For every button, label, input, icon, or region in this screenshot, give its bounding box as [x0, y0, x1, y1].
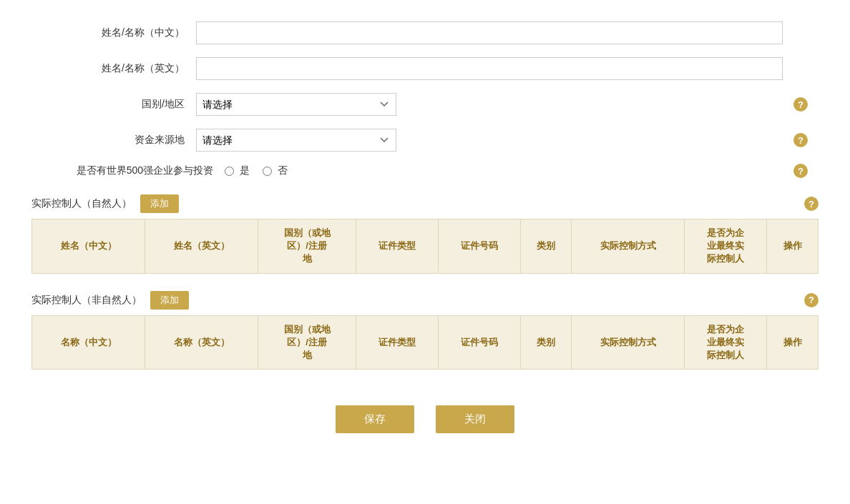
fortune500-help-icon[interactable]: ?	[793, 164, 808, 178]
section1-col-cert-no: 证件号码	[438, 219, 520, 274]
section1-table-header-row: 姓名（中文） 姓名（英文） 国别（或地区）/注册地 证件类型 证件号码 类别 实…	[32, 219, 819, 274]
section2-col-cert-type: 证件类型	[356, 315, 438, 370]
fund-source-row: 资金来源地 请选择 ?	[67, 129, 783, 152]
section2-col-control-method: 实际控制方式	[572, 315, 685, 370]
section2-col-category: 类别	[520, 315, 572, 370]
section2-col-cert-no: 证件号码	[438, 315, 520, 370]
fund-source-help-icon[interactable]: ?	[793, 133, 808, 147]
country-row: 国别/地区 请选择 ?	[67, 93, 783, 116]
name-cn-row: 姓名/名称（中文）	[67, 21, 783, 44]
fortune500-row: 是否有世界500强企业参与投资 是 否 ?	[67, 164, 783, 177]
section2-col-name-en: 名称（英文）	[145, 315, 258, 370]
country-select[interactable]: 请选择	[196, 93, 396, 116]
name-cn-input[interactable]	[196, 21, 783, 44]
name-en-input[interactable]	[196, 57, 783, 80]
section2-header: 实际控制人（非自然人） 添加 ?	[31, 291, 819, 310]
fortune500-no-radio[interactable]	[263, 167, 272, 176]
section1-col-name-cn: 姓名（中文）	[32, 219, 145, 274]
section1-header: 实际控制人（自然人） 添加 ?	[31, 194, 819, 213]
section1-add-button[interactable]: 添加	[140, 194, 179, 213]
section1-col-cert-type: 证件类型	[356, 219, 438, 274]
section1-col-country: 国别（或地区）/注册地	[258, 219, 356, 274]
section1-container: 实际控制人（自然人） 添加 ? 姓名（中文） 姓名（英文） 国别（或地区）/注册…	[31, 194, 819, 274]
section1-col-name-en: 姓名（英文）	[145, 219, 258, 274]
main-container: 姓名/名称（中文） 姓名/名称（英文） 国别/地区 请选择 ? 资金来源地 请选…	[31, 21, 819, 455]
section2-table-header-row: 名称（中文） 名称（英文） 国别（或地区）/注册地 证件类型 证件号码 类别 实…	[32, 315, 819, 370]
section1-col-ultimate-controller: 是否为企业最终实际控制人	[685, 219, 767, 274]
fortune500-yes-label[interactable]: 是	[240, 164, 250, 177]
name-cn-label: 姓名/名称（中文）	[67, 26, 196, 39]
fund-source-select[interactable]: 请选择	[196, 129, 396, 152]
country-help-icon[interactable]: ?	[793, 97, 808, 112]
section2-col-action: 操作	[767, 315, 819, 370]
section1-col-action: 操作	[767, 219, 819, 274]
name-en-label: 姓名/名称（英文）	[67, 62, 196, 75]
save-button[interactable]: 保存	[336, 405, 414, 433]
fortune500-radio-group: 是 否	[225, 164, 288, 177]
section2-container: 实际控制人（非自然人） 添加 ? 名称（中文） 名称（英文） 国别（或地区）/注…	[31, 291, 819, 370]
section2-add-button[interactable]: 添加	[150, 291, 189, 310]
section1-col-control-method: 实际控制方式	[572, 219, 685, 274]
section2-col-name-cn: 名称（中文）	[32, 315, 145, 370]
section1-col-category: 类别	[520, 219, 572, 274]
bottom-buttons: 保存 关闭	[31, 405, 819, 455]
fortune500-label: 是否有世界500强企业参与投资	[67, 164, 225, 177]
section1-title: 实际控制人（自然人）	[31, 197, 132, 210]
fortune500-yes-radio[interactable]	[225, 167, 234, 176]
section2-title: 实际控制人（非自然人）	[31, 294, 142, 307]
section2-table: 名称（中文） 名称（英文） 国别（或地区）/注册地 证件类型 证件号码 类别 实…	[31, 315, 819, 370]
section2-col-country: 国别（或地区）/注册地	[258, 315, 356, 370]
form-section: 姓名/名称（中文） 姓名/名称（英文） 国别/地区 请选择 ? 资金来源地 请选…	[67, 21, 783, 177]
section1-table: 姓名（中文） 姓名（英文） 国别（或地区）/注册地 证件类型 证件号码 类别 实…	[31, 219, 819, 274]
fortune500-no-label[interactable]: 否	[278, 164, 288, 177]
section1-help-icon[interactable]: ?	[804, 197, 819, 211]
section2-help-icon[interactable]: ?	[804, 293, 819, 307]
section2-col-ultimate-controller: 是否为企业最终实际控制人	[685, 315, 767, 370]
fund-source-label: 资金来源地	[67, 134, 196, 147]
name-en-row: 姓名/名称（英文）	[67, 57, 783, 80]
close-button[interactable]: 关闭	[436, 405, 514, 433]
country-label: 国别/地区	[67, 98, 196, 111]
